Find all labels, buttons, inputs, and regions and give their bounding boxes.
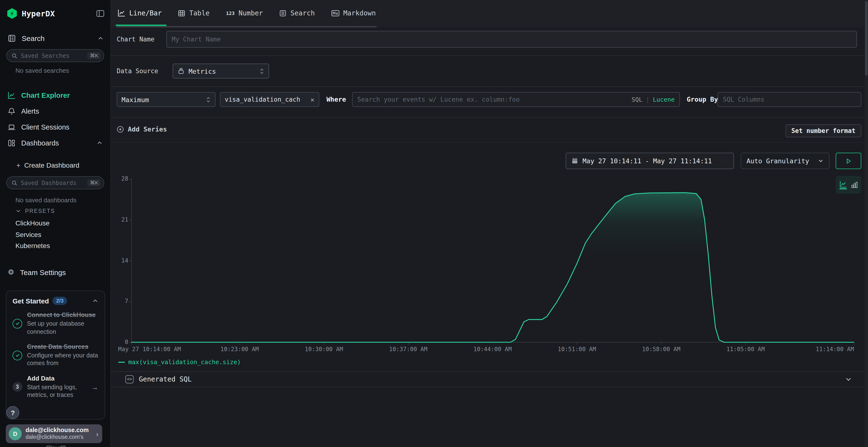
granularity-select[interactable]: Auto Granularity [741,153,830,169]
aggregation-select[interactable]: Maximum [117,92,216,107]
sidebar-item-team-settings[interactable]: ⚙ Team Settings [8,266,104,278]
get-started-item-title: Connect to ClickHouse [27,311,98,319]
sidebar-item-alerts[interactable]: Alerts [0,103,111,119]
add-series-label: Add Series [128,125,167,133]
toggle-divider: | [646,96,650,103]
chevron-up-icon[interactable] [92,298,98,304]
date-range-picker[interactable]: May 27 10:14:11 - May 27 11:14:11 [566,153,734,169]
no-saved-dashboards-text: No saved dashboards [16,197,76,204]
sidebar-item-chart-explorer[interactable]: Chart Explorer [0,87,111,103]
generated-sql-label: Generated SQL [139,375,840,383]
add-series-button[interactable]: Add Series [117,125,167,133]
tab-search[interactable]: Search [278,0,316,26]
legend-swatch [118,362,125,363]
series-line [131,193,854,342]
lucene-mode-option[interactable]: Lucene [653,96,675,103]
date-range-value: May 27 10:14:11 - May 27 11:14:11 [583,157,712,165]
get-started-item[interactable]: 3Add DataStart sending logs, metrics, or… [12,375,98,399]
x-tick-mark [745,342,746,345]
group-by-field[interactable] [723,96,856,103]
where-field[interactable] [357,96,628,103]
chart-name-row: Chart Name [111,31,868,48]
tab-label: Line/Bar [129,9,162,17]
y-tick-mark [129,302,131,302]
hyperdx-logo-icon: ⚡ [7,8,18,19]
scrollbar-thumb[interactable] [865,1,868,76]
chart-name-label: Chart Name [117,31,155,48]
data-source-select[interactable]: Metrics [173,64,269,78]
tab-number[interactable]: 123 Number [225,0,264,26]
metric-chip[interactable]: visa_validation_cach × [220,92,319,107]
select-chevrons-icon [259,68,264,74]
database-icon [178,67,185,75]
y-tick-label: 14 [114,257,128,264]
y-tick-label: 0 [114,339,128,345]
remove-metric-icon[interactable]: × [310,96,314,103]
select-chevrons-icon [206,96,211,103]
get-started-item[interactable]: Connect to ClickHouseSet up your databas… [12,311,98,336]
where-input[interactable]: SQL | Lucene [352,92,680,107]
get-started-item[interactable]: Create Data SourcesConfigure where your … [12,343,98,368]
chart-name-input[interactable] [166,31,857,48]
gear-icon: ⚙ [8,268,14,276]
tab-label: Search [290,9,315,17]
preset-item-kubernetes[interactable]: Kubernetes [16,242,50,249]
preset-item-clickhouse[interactable]: ClickHouse [16,219,50,227]
time-controls-row: May 27 10:14:11 - May 27 11:14:11 Auto G… [111,153,868,169]
sidebar-item-client-sessions[interactable]: Client Sessions [0,119,111,135]
collapse-sidebar-icon[interactable] [96,9,105,18]
x-tick-label: 10:58:00 AM [642,346,680,353]
line-chart-icon [8,91,16,99]
presets-toggle[interactable]: PRESETS [16,208,55,214]
no-saved-searches-text: No saved searches [16,67,69,74]
journal-icon [8,34,16,42]
check-circle-icon [12,350,22,360]
generated-sql-toggle[interactable]: <> Generated SQL [111,371,868,387]
get-started-item-subtitle: Start sending logs, metrics, or traces [27,383,86,399]
tab-line-bar[interactable]: Line/Bar [117,0,163,26]
metric-chip-label: visa_validation_cach [225,96,306,103]
series-row: Maximum visa_validation_cach × Where SQL… [111,92,868,107]
create-dashboard-button[interactable]: + Create Dashboard [17,161,79,169]
saved-searches-field[interactable] [21,52,84,59]
data-source-label: Data Source [117,64,158,78]
granularity-value: Auto Granularity [746,157,813,165]
create-dashboard-label: Create Dashboard [24,161,79,169]
laptop-icon [8,123,16,131]
plus-icon: + [17,161,20,169]
series-area [131,193,854,342]
search-section-label: Search [22,34,44,42]
set-number-format-label: Set number format [791,127,856,134]
group-by-label: Group By [687,92,718,107]
sidebar-section-search[interactable]: Search [8,32,104,44]
nav-label: Chart Explorer [21,91,70,99]
sidebar-item-dashboards[interactable]: Dashboards [0,135,111,151]
x-tick-label: 10:23:00 AM [220,346,259,353]
tab-table[interactable]: Table [177,0,211,26]
legend-item[interactable]: max(visa_validation_cache.size) [118,358,241,366]
main-scrollbar[interactable] [865,0,868,447]
saved-searches-input[interactable]: ⌘K [6,49,104,62]
cmdk-shortcut-badge: ⌘K [88,52,101,59]
table-tab-icon [178,9,185,16]
preset-item-services[interactable]: Services [16,231,41,238]
x-tick-mark [408,342,409,345]
tab-markdown[interactable]: Markdown [330,0,377,26]
x-tick-mark [131,342,132,345]
chart-name-field[interactable] [172,36,851,43]
help-button[interactable]: ? [6,406,19,419]
data-source-row: Data Source Metrics [111,64,868,78]
y-tick-label: 7 [114,298,128,305]
y-tick-label: 28 [114,175,128,182]
sql-mode-option[interactable]: SQL [631,96,642,103]
set-number-format-button[interactable]: Set number format [785,124,861,137]
user-menu[interactable]: D dale@clickhouse.com dale@clickhouse.co… [6,424,102,443]
saved-dashboards-field[interactable] [21,179,84,186]
team-settings-label: Team Settings [20,268,66,276]
x-tick-label: 11:05:00 AM [726,346,765,353]
line-bar-tab-icon [118,9,125,17]
saved-dashboards-input[interactable]: ⌘K [6,176,104,189]
run-query-button[interactable] [836,153,861,169]
group-by-input[interactable] [717,92,861,107]
y-tick-mark [129,220,131,220]
